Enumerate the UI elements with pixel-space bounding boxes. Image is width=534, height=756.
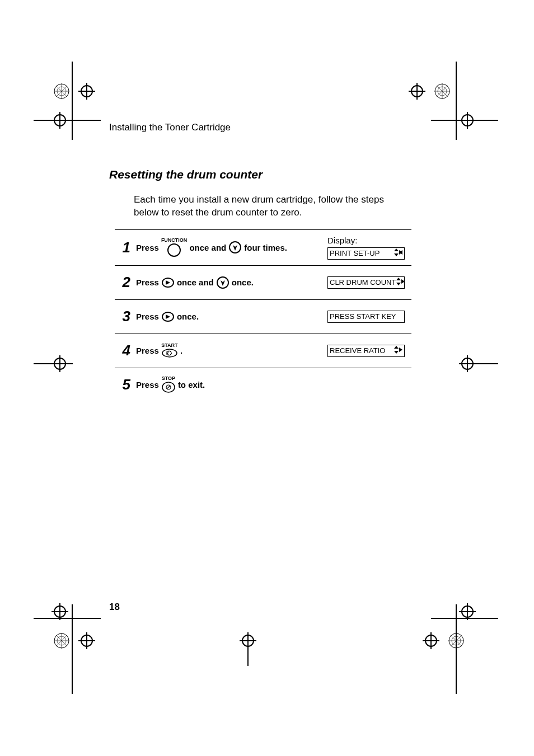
stop-key-icon: STOP [161, 376, 176, 393]
lcd-display: CLR DRUM COUNT [327, 276, 405, 289]
text: once. [177, 312, 199, 321]
display-label: Display: [327, 236, 357, 245]
svg-line-91 [167, 386, 170, 389]
step-row-5: 5 Press STOP to exit. [115, 368, 411, 402]
svg-marker-80 [396, 283, 401, 285]
registration-target-icon [51, 603, 68, 620]
registration-rosette-icon [53, 632, 70, 649]
svg-marker-79 [396, 278, 401, 280]
step-row-3: 3 Press once. PRESS START KEY [115, 300, 411, 334]
text: Press [136, 278, 159, 287]
steps-table: 1 Press FUNCTION once and four times. Di… [115, 229, 411, 402]
svg-marker-81 [401, 279, 405, 284]
lcd-display: PRINT SET-UP [327, 247, 405, 260]
step-row-1: 1 Press FUNCTION once and four times. Di… [115, 230, 411, 266]
svg-marker-86 [394, 346, 399, 349]
svg-point-68 [168, 244, 180, 256]
lcd-text: RECEIVE RATIO [330, 346, 385, 355]
step-number: 4 [115, 342, 130, 359]
page-number: 18 [109, 602, 120, 613]
function-key-label: FUNCTION [161, 238, 188, 243]
step-number: 3 [115, 308, 130, 325]
text: to exit. [178, 380, 205, 389]
svg-marker-71 [394, 248, 399, 251]
registration-target-icon [51, 112, 68, 129]
svg-marker-70 [233, 245, 237, 251]
step-instruction: Press FUNCTION once and four times. [136, 238, 322, 257]
crop-mark-bot-vline [245, 632, 251, 666]
registration-target-icon [78, 632, 95, 649]
intro-paragraph: Each time you install a new drum cartrid… [134, 194, 405, 219]
svg-marker-72 [394, 253, 399, 256]
text: Press [136, 243, 159, 252]
lcd-display: PRESS START KEY [327, 311, 405, 323]
text: once and [177, 278, 214, 287]
lcd-text: PRESS START KEY [330, 312, 396, 321]
running-header: Installing the Toner Cartridge [109, 122, 467, 133]
step-instruction: Press once and once. [136, 276, 322, 289]
function-key-icon: FUNCTION [161, 238, 188, 257]
svg-point-84 [162, 349, 177, 357]
section-title: Resetting the drum counter [109, 168, 467, 181]
registration-target-icon [459, 603, 476, 620]
text: once and [189, 243, 226, 252]
registration-target-icon [51, 355, 68, 372]
start-key-icon: START [161, 343, 178, 358]
down-arrow-key-icon [228, 241, 242, 254]
scroll-arrows-icon [394, 346, 402, 355]
lcd-text: CLR DRUM COUNT [330, 278, 396, 287]
svg-marker-78 [221, 280, 225, 286]
lcd-text: PRINT SET-UP [330, 249, 380, 257]
svg-marker-87 [394, 351, 399, 354]
step-instruction: Press STOP to exit. [136, 376, 322, 393]
step-instruction: Press once. [136, 311, 322, 322]
down-arrow-key-icon [216, 276, 229, 289]
step-number: 5 [115, 376, 130, 393]
right-arrow-key-icon [161, 311, 175, 322]
svg-marker-76 [166, 280, 170, 285]
scroll-arrows-icon [396, 278, 405, 287]
registration-rosette-icon [448, 632, 465, 649]
text: four times. [244, 243, 287, 252]
lcd-display: RECEIVE RATIO [327, 345, 405, 357]
scroll-arrows-icon [394, 248, 402, 258]
step-row-2: 2 Press once and once. CLR DRUM COUNT [115, 266, 411, 300]
text: once. [232, 278, 254, 287]
svg-marker-88 [399, 348, 402, 352]
registration-target-icon [423, 632, 439, 649]
step-row-4: 4 Press START . RECEIVE RATIO [115, 334, 411, 368]
text: Press [136, 380, 159, 389]
start-key-label: START [161, 343, 177, 348]
text: . [180, 346, 182, 355]
stop-key-label: STOP [162, 376, 175, 381]
svg-marker-83 [166, 314, 170, 319]
step-number: 2 [115, 274, 130, 291]
registration-rosette-icon [53, 83, 70, 100]
text: Press [136, 312, 159, 321]
text: Press [136, 346, 159, 355]
registration-rosette-icon [434, 83, 451, 100]
registration-target-icon [409, 83, 425, 100]
step-instruction: Press START . [136, 343, 322, 358]
right-arrow-key-icon [161, 277, 175, 288]
step-number: 1 [115, 239, 130, 256]
registration-target-icon [78, 83, 95, 100]
